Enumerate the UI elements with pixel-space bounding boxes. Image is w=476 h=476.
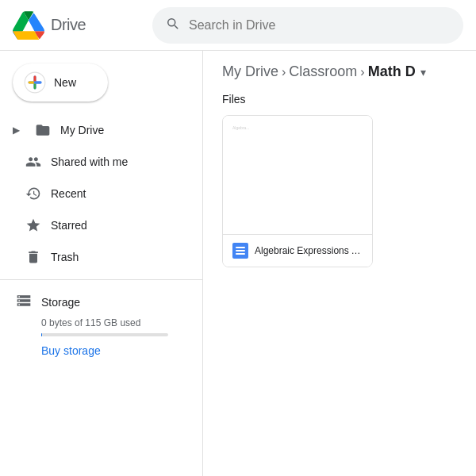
plus-icon [24,71,46,94]
shared-icon [25,154,41,170]
storage-label: Storage [16,293,186,311]
recent-icon [25,186,41,202]
file-type-icon [232,243,248,259]
storage-used-text: 0 bytes of 115 GB used [41,317,186,328]
file-preview-text: Algebra... [232,125,249,131]
starred-icon [25,217,41,233]
search-bar[interactable] [152,7,463,44]
file-info: Algebraic Expressions As... [223,235,372,267]
doc-line-2 [236,250,245,251]
sidebar-item-label-my-drive: My Drive [60,124,104,136]
buy-storage-link[interactable]: Buy storage [41,344,101,357]
doc-line-3 [236,253,245,255]
trash-icon [25,249,41,265]
storage-bar-fill [41,333,42,336]
sidebar-item-trash[interactable]: Trash [0,241,190,273]
sidebar-item-recent[interactable]: Recent [0,178,190,209]
storage-section: Storage 0 bytes of 115 GB used Buy stora… [0,286,202,363]
storage-bar [41,333,168,336]
file-card[interactable]: Algebra... Algebraic Expressions As... [222,115,373,267]
main-layout: New ▶ My Drive Shared with me [0,51,476,476]
sidebar: New ▶ My Drive Shared with me [0,51,203,476]
new-button-label: New [54,76,76,89]
breadcrumb-chevron-2: › [360,65,364,79]
sidebar-item-label-trash: Trash [51,251,79,263]
header: Drive [0,0,476,51]
breadcrumb-math-d[interactable]: Math D [368,63,416,80]
app-title: Drive [51,16,86,34]
files-section-label: Files [222,93,457,106]
logo-area: Drive [13,11,140,40]
doc-icon-inner [236,247,245,255]
sidebar-item-label-starred: Starred [51,219,87,232]
breadcrumb-classroom[interactable]: Classroom [289,63,357,80]
sidebar-item-label-shared: Shared with me [51,155,128,168]
sidebar-item-shared[interactable]: Shared with me [0,146,190,178]
breadcrumb-dropdown-icon[interactable]: ▾ [420,66,426,79]
my-drive-icon [35,122,51,138]
doc-line-1 [236,247,245,248]
file-name: Algebraic Expressions As... [255,245,363,256]
storage-icon [16,293,32,311]
breadcrumb-chevron-1: › [282,65,286,79]
files-grid: Algebra... Algebraic Expressions As... [222,115,457,267]
new-button[interactable]: New [13,63,108,102]
sidebar-item-label-recent: Recent [51,187,86,200]
breadcrumb: My Drive › Classroom › Math D ▾ [222,63,457,80]
drive-logo-icon [13,11,44,40]
sidebar-item-starred[interactable]: Starred [0,209,190,241]
sidebar-item-my-drive[interactable]: ▶ My Drive [0,114,190,146]
file-preview: Algebra... [223,116,372,235]
breadcrumb-my-drive[interactable]: My Drive [222,63,278,80]
search-icon [165,16,179,34]
search-input[interactable] [189,18,451,33]
main-content: My Drive › Classroom › Math D ▾ Files Al… [203,51,476,476]
sidebar-divider [0,279,202,280]
expand-icon: ▶ [13,125,25,136]
